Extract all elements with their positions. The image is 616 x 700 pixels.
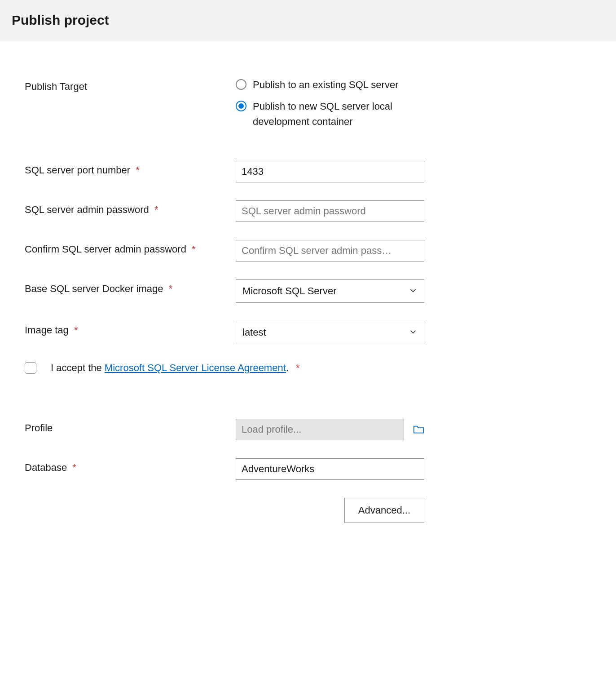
required-mark: * xyxy=(154,204,158,215)
license-agreement-link[interactable]: Microsoft SQL Server License Agreement xyxy=(105,362,286,373)
required-mark: * xyxy=(72,462,76,473)
license-row: I accept the Microsoft SQL Server Licens… xyxy=(25,362,424,374)
publish-target-label: Publish Target xyxy=(25,77,236,93)
license-text: I accept the Microsoft SQL Server Licens… xyxy=(51,362,300,374)
radio-new-container-label: Publish to new SQL server local developm… xyxy=(253,99,424,129)
radio-icon xyxy=(236,79,246,90)
image-tag-row: Image tag * latest xyxy=(25,321,424,344)
image-tag-label: Image tag * xyxy=(25,321,236,336)
radio-new-container[interactable]: Publish to new SQL server local developm… xyxy=(236,99,424,129)
required-mark: * xyxy=(136,164,140,176)
admin-password-label: SQL server admin password * xyxy=(25,200,236,216)
docker-image-row: Base SQL server Docker image * Microsoft… xyxy=(25,279,424,303)
port-input[interactable] xyxy=(236,161,424,182)
required-mark: * xyxy=(74,324,78,336)
dialog-content: Publish Target Publish to an existing SQ… xyxy=(0,41,449,541)
admin-password-row: SQL server admin password * xyxy=(25,200,424,222)
dialog-title: Publish project xyxy=(12,13,604,28)
database-row: Database * xyxy=(25,458,424,480)
publish-target-radio-group: Publish to an existing SQL server Publis… xyxy=(236,77,424,129)
profile-input[interactable] xyxy=(236,419,404,440)
advanced-button[interactable]: Advanced... xyxy=(344,498,424,523)
publish-target-row: Publish Target Publish to an existing SQ… xyxy=(25,77,424,129)
confirm-password-input[interactable] xyxy=(236,240,424,261)
radio-existing-label: Publish to an existing SQL server xyxy=(253,77,398,93)
radio-existing-server[interactable]: Publish to an existing SQL server xyxy=(236,77,424,93)
confirm-password-row: Confirm SQL server admin password * xyxy=(25,240,424,261)
docker-image-label: Base SQL server Docker image * xyxy=(25,279,236,295)
port-label: SQL server port number * xyxy=(25,161,236,176)
docker-image-select[interactable]: Microsoft SQL Server xyxy=(236,279,424,303)
required-mark: * xyxy=(169,283,173,294)
database-label: Database * xyxy=(25,458,236,474)
profile-row: Profile xyxy=(25,419,424,440)
database-input[interactable] xyxy=(236,458,424,480)
required-mark: * xyxy=(296,362,300,373)
port-row: SQL server port number * xyxy=(25,161,424,182)
license-checkbox[interactable] xyxy=(25,362,36,374)
required-mark: * xyxy=(192,244,196,255)
radio-icon xyxy=(236,101,246,111)
dialog-header: Publish project xyxy=(0,0,616,41)
confirm-password-label: Confirm SQL server admin password * xyxy=(25,240,236,255)
advanced-row: Advanced... xyxy=(236,498,424,523)
admin-password-input[interactable] xyxy=(236,200,424,222)
image-tag-select[interactable]: latest xyxy=(236,321,424,344)
profile-label: Profile xyxy=(25,419,236,434)
folder-icon[interactable] xyxy=(413,425,424,434)
